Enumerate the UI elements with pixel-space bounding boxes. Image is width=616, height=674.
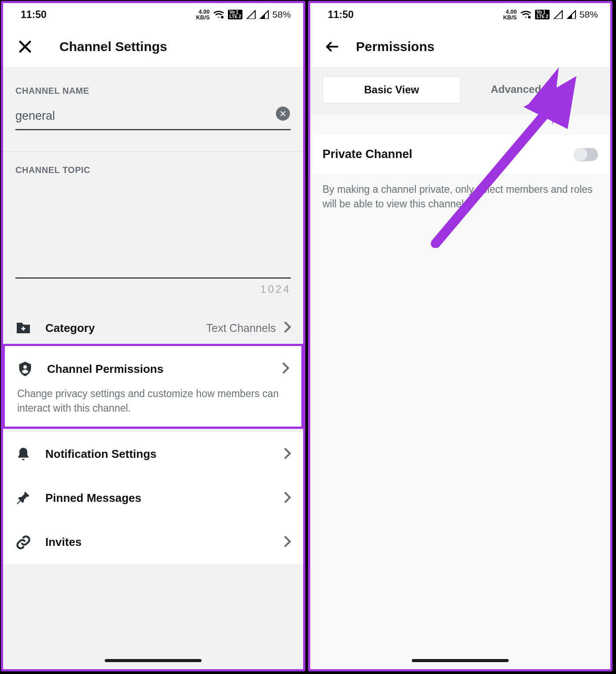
- pin-icon: [15, 490, 31, 506]
- permissions-body: Basic View Advanced View Private Channel…: [310, 67, 610, 669]
- channel-topic-section: CHANNEL TOPIC 1024: [3, 152, 303, 295]
- view-tabs: Basic View Advanced View: [310, 67, 610, 115]
- status-right: 4.00 KB/S Vo 1 LTE 2 58%: [196, 9, 291, 20]
- tab-basic-view[interactable]: Basic View: [323, 76, 461, 103]
- clear-icon: [279, 110, 286, 117]
- notification-settings-row[interactable]: Notification Settings: [3, 432, 303, 476]
- status-time: 11:50: [328, 9, 354, 21]
- toggle-knob: [574, 148, 587, 161]
- chevron-right-icon: [282, 362, 289, 376]
- channel-name-input[interactable]: [15, 105, 291, 130]
- highlighted-permissions: Channel Permissions Change privacy setti…: [3, 344, 304, 429]
- shield-person-icon: [17, 361, 33, 377]
- battery-text: 58%: [579, 9, 598, 20]
- svg-point-4: [528, 16, 531, 18]
- svg-point-0: [221, 16, 224, 18]
- chevron-right-icon: [284, 536, 291, 549]
- channel-topic-input[interactable]: [15, 184, 291, 279]
- signal-icon-2: [259, 10, 269, 19]
- chevron-right-icon: [284, 321, 291, 335]
- link-icon: [15, 534, 31, 550]
- channel-topic-label: CHANNEL TOPIC: [3, 152, 303, 184]
- wifi-icon: [213, 10, 224, 19]
- phone-right: 11:50 4.00 KB/S Vo 1 LTE 2 58% Per: [308, 1, 612, 671]
- signal-icon-2: [566, 10, 576, 19]
- topic-counter: 1024: [3, 283, 303, 295]
- category-value: Text Channels: [206, 322, 276, 335]
- lte-badge: Vo 1 LTE 2: [535, 10, 549, 19]
- status-bar: 11:50 4.00 KB/S Vo 1 LTE 2 58%: [310, 3, 610, 26]
- wifi-icon: [520, 10, 532, 19]
- close-icon: [18, 39, 33, 54]
- status-time: 11:50: [21, 9, 47, 21]
- chevron-right-icon: [284, 448, 291, 461]
- nav-handle[interactable]: [412, 659, 509, 662]
- channel-permissions-row[interactable]: Channel Permissions: [5, 351, 301, 387]
- private-channel-desc: By making a channel private, only select…: [310, 173, 610, 221]
- net-speed: 4.00 KB/S: [503, 9, 517, 20]
- tab-advanced-view[interactable]: Advanced View: [461, 76, 598, 103]
- permissions-desc: Change privacy settings and customize ho…: [5, 387, 301, 427]
- invites-label: Invites: [45, 535, 284, 549]
- private-channel-toggle[interactable]: [574, 148, 598, 161]
- arrow-left-icon: [324, 39, 340, 55]
- private-channel-row: Private Channel: [310, 135, 610, 173]
- signal-icon-1: [553, 10, 563, 19]
- channel-name-section: CHANNEL NAME: [3, 67, 303, 130]
- channel-name-label: CHANNEL NAME: [3, 67, 303, 105]
- close-button[interactable]: [15, 37, 35, 56]
- net-speed: 4.00 KB/S: [196, 9, 209, 20]
- bell-icon: [15, 446, 31, 462]
- lte-badge: Vo 1 LTE 2: [228, 10, 242, 19]
- page-title: Channel Settings: [59, 39, 167, 54]
- private-channel-title: Private Channel: [323, 147, 566, 161]
- invites-row[interactable]: Invites: [3, 520, 303, 564]
- pinned-label: Pinned Messages: [45, 491, 284, 505]
- battery-text: 58%: [272, 9, 291, 20]
- category-label: Category: [45, 321, 206, 335]
- notification-label: Notification Settings: [45, 447, 284, 461]
- pinned-messages-row[interactable]: Pinned Messages: [3, 476, 303, 520]
- page-title: Permissions: [356, 39, 434, 54]
- svg-point-3: [23, 365, 27, 369]
- app-bar: Permissions: [310, 26, 610, 67]
- clear-name-button[interactable]: [276, 107, 290, 121]
- signal-icon-1: [246, 10, 256, 19]
- svg-rect-2: [23, 327, 24, 331]
- nav-handle[interactable]: [105, 659, 202, 662]
- status-right: 4.00 KB/S Vo 1 LTE 2 58%: [503, 9, 598, 20]
- phone-left: 11:50 4.00 KB/S Vo 1 LTE 2 58% Cha: [1, 1, 305, 671]
- status-bar: 11:50 4.00 KB/S Vo 1 LTE 2 58%: [3, 3, 303, 26]
- chevron-right-icon: [284, 492, 291, 505]
- folder-plus-icon: [15, 320, 31, 336]
- category-row[interactable]: Category Text Channels: [3, 320, 303, 344]
- permissions-label: Channel Permissions: [47, 362, 282, 376]
- app-bar: Channel Settings: [3, 26, 303, 67]
- back-button[interactable]: [323, 37, 342, 56]
